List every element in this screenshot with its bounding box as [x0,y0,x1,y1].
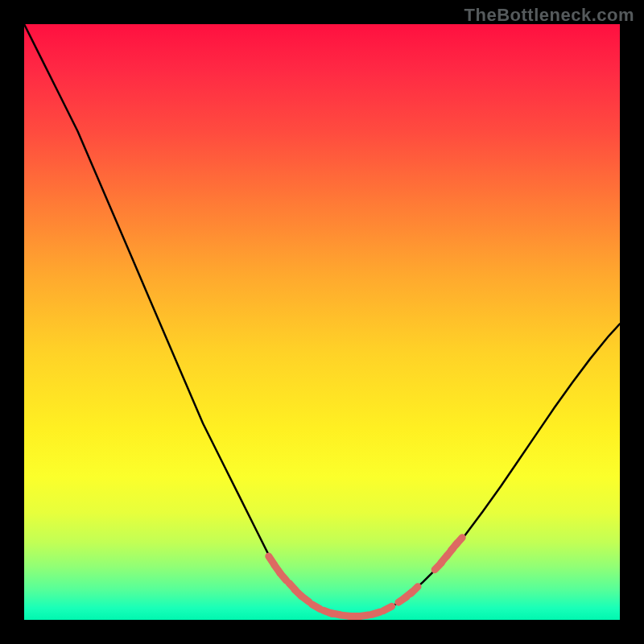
highlight-dot [456,538,462,545]
chart-frame: TheBottleneck.com [0,0,644,644]
highlight-dot [302,596,310,601]
highlight-dot [359,615,369,617]
plot-area [24,24,620,620]
highlight-dot [371,612,381,614]
chart-svg [24,24,620,620]
highlight-dot [383,606,392,610]
bottleneck-curve [24,24,620,617]
highlight-dot [312,605,320,609]
watermark-text: TheBottleneck.com [464,5,634,26]
highlight-dots [269,538,462,617]
highlight-dot [280,573,287,580]
highlight-dot [411,587,418,593]
